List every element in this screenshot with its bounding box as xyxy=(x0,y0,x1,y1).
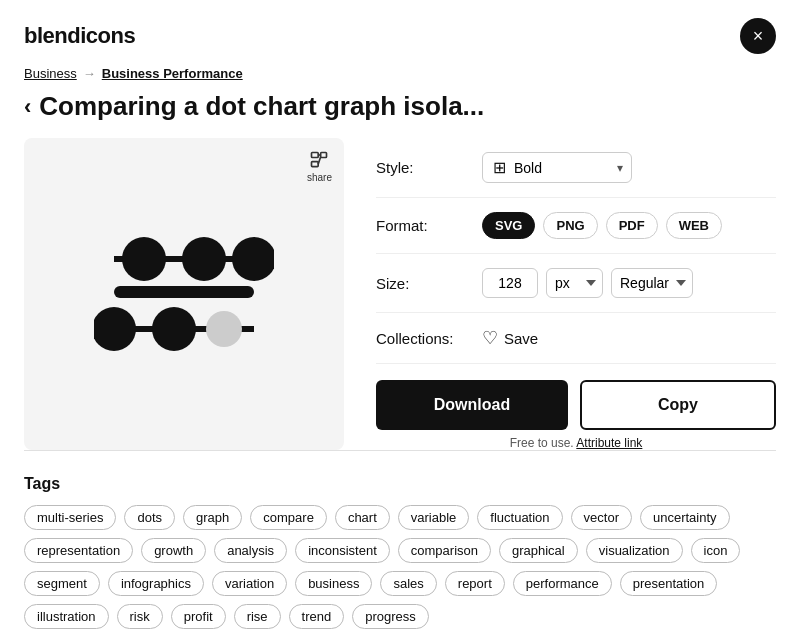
breadcrumb-separator: → xyxy=(83,66,96,81)
save-collection-button[interactable]: ♡ Save xyxy=(482,327,538,349)
tags-title: Tags xyxy=(24,475,776,493)
attribute-link[interactable]: Attribute link xyxy=(576,436,642,450)
main-content: share Style: ⊞ Bold xyxy=(0,138,800,450)
share-label: share xyxy=(307,172,332,183)
tag-item[interactable]: illustration xyxy=(24,604,109,629)
close-button[interactable]: × xyxy=(740,18,776,54)
size-row: Size: px em rem Regular Small Large xyxy=(376,254,776,313)
tag-item[interactable]: business xyxy=(295,571,372,596)
tag-item[interactable]: comparison xyxy=(398,538,491,563)
size-controls: px em rem Regular Small Large xyxy=(482,268,693,298)
tag-item[interactable]: graph xyxy=(183,505,242,530)
breadcrumb-current: Business Performance xyxy=(102,66,243,81)
options-panel: Style: ⊞ Bold Regular Outline Format: SV… xyxy=(376,138,776,450)
size-type-select[interactable]: Regular Small Large xyxy=(611,268,693,298)
tag-item[interactable]: performance xyxy=(513,571,612,596)
back-icon[interactable]: ‹ xyxy=(24,94,31,120)
tag-item[interactable]: infographics xyxy=(108,571,204,596)
tag-item[interactable]: presentation xyxy=(620,571,718,596)
tag-item[interactable]: icon xyxy=(691,538,741,563)
tag-item[interactable]: sales xyxy=(380,571,436,596)
breadcrumb: Business → Business Performance xyxy=(0,54,800,87)
format-controls: SVG PNG PDF WEB xyxy=(482,212,722,239)
free-use-text: Free to use. Attribute link xyxy=(376,436,776,450)
tag-item[interactable]: graphical xyxy=(499,538,578,563)
page-title: Comparing a dot chart graph isola... xyxy=(39,91,484,122)
icon-preview-panel: share xyxy=(24,138,344,450)
tag-item[interactable]: inconsistent xyxy=(295,538,390,563)
tag-item[interactable]: variation xyxy=(212,571,287,596)
download-button[interactable]: Download xyxy=(376,380,568,430)
header: blendicons × xyxy=(0,0,800,54)
style-icon: ⊞ xyxy=(493,158,506,177)
format-web-button[interactable]: WEB xyxy=(666,212,722,239)
tag-item[interactable]: trend xyxy=(289,604,345,629)
format-pdf-button[interactable]: PDF xyxy=(606,212,658,239)
svg-point-6 xyxy=(122,237,166,281)
tag-item[interactable]: representation xyxy=(24,538,133,563)
collections-label: Collections: xyxy=(376,330,466,347)
tag-item[interactable]: multi-series xyxy=(24,505,116,530)
svg-point-12 xyxy=(152,307,196,351)
copy-button[interactable]: Copy xyxy=(580,380,776,430)
tag-item[interactable]: chart xyxy=(335,505,390,530)
svg-rect-9 xyxy=(114,286,254,298)
format-row: Format: SVG PNG PDF WEB xyxy=(376,198,776,254)
logo: blendicons xyxy=(24,23,135,49)
tag-item[interactable]: profit xyxy=(171,604,226,629)
format-label: Format: xyxy=(376,217,466,234)
icon-svg-display xyxy=(94,214,274,374)
tag-item[interactable]: compare xyxy=(250,505,327,530)
unit-select[interactable]: px em rem xyxy=(546,268,603,298)
tag-item[interactable]: analysis xyxy=(214,538,287,563)
style-select[interactable]: Bold Regular Outline xyxy=(514,160,621,176)
tag-item[interactable]: dots xyxy=(124,505,175,530)
save-label: Save xyxy=(504,330,538,347)
heart-icon: ♡ xyxy=(482,327,498,349)
share-icon xyxy=(309,150,329,170)
page-title-area: ‹ Comparing a dot chart graph isola... xyxy=(0,87,800,138)
svg-point-13 xyxy=(206,311,242,347)
collections-controls: ♡ Save xyxy=(482,327,538,349)
tag-item[interactable]: visualization xyxy=(586,538,683,563)
collections-row: Collections: ♡ Save xyxy=(376,313,776,364)
tags-section: Tags multi-seriesdotsgraphcomparechartva… xyxy=(0,451,800,644)
tag-item[interactable]: uncertainty xyxy=(640,505,730,530)
svg-rect-0 xyxy=(312,153,319,158)
format-png-button[interactable]: PNG xyxy=(543,212,597,239)
style-row: Style: ⊞ Bold Regular Outline xyxy=(376,138,776,198)
size-input[interactable] xyxy=(482,268,538,298)
style-label: Style: xyxy=(376,159,466,176)
breadcrumb-parent[interactable]: Business xyxy=(24,66,77,81)
svg-rect-2 xyxy=(321,153,327,158)
style-select-wrapper[interactable]: ⊞ Bold Regular Outline xyxy=(482,152,632,183)
tag-item[interactable]: report xyxy=(445,571,505,596)
svg-point-7 xyxy=(182,237,226,281)
size-label: Size: xyxy=(376,275,466,292)
tag-item[interactable]: variable xyxy=(398,505,470,530)
tag-item[interactable]: growth xyxy=(141,538,206,563)
tag-item[interactable]: segment xyxy=(24,571,100,596)
format-svg-button[interactable]: SVG xyxy=(482,212,535,239)
tag-item[interactable]: progress xyxy=(352,604,429,629)
tag-item[interactable]: vector xyxy=(571,505,632,530)
tag-item[interactable]: risk xyxy=(117,604,163,629)
svg-rect-1 xyxy=(312,162,319,167)
tag-item[interactable]: rise xyxy=(234,604,281,629)
action-buttons: Download Copy xyxy=(376,380,776,430)
tags-container: multi-seriesdotsgraphcomparechartvariabl… xyxy=(24,505,776,629)
style-controls: ⊞ Bold Regular Outline xyxy=(482,152,632,183)
tag-item[interactable]: fluctuation xyxy=(477,505,562,530)
svg-point-11 xyxy=(94,307,136,351)
svg-point-8 xyxy=(232,237,274,281)
share-button[interactable]: share xyxy=(307,150,332,183)
